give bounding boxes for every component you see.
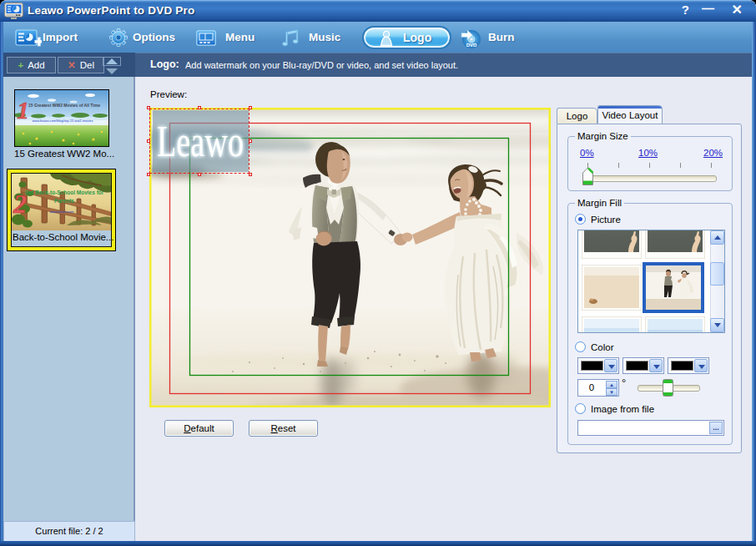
svg-text:15 Greatest WW2 Movies of All: 15 Greatest WW2 Movies of All Time [28,103,100,108]
svg-text:www.leawo.com/blog/top-15-ww2-: www.leawo.com/blog/top-15-ww2-movies [32,119,93,123]
svg-text:2: 2 [13,189,27,219]
svg-text:www.leawo.com: www.leawo.com [50,210,74,214]
svg-text:Get Back-to-School Movies for: Get Back-to-School Movies for [25,190,104,195]
svg-text:DVD: DVD [466,43,477,48]
svg-text:Parents: Parents [54,198,74,204]
svg-text:1: 1 [17,96,29,124]
